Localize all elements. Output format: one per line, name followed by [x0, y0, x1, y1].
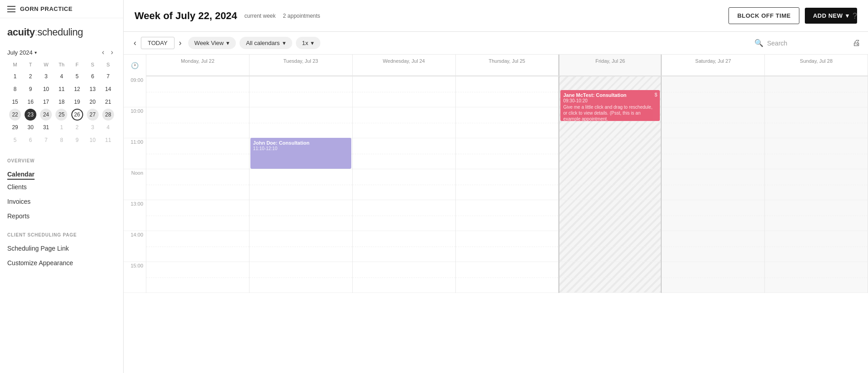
cal-day-13[interactable]: 13 — [87, 83, 99, 95]
cal-day-7[interactable]: 7 — [40, 134, 52, 146]
hour-cell[interactable] — [662, 76, 764, 107]
cal-day-1[interactable]: 1 — [9, 71, 21, 82]
hour-cell[interactable] — [662, 138, 764, 169]
cal-next-btn[interactable]: › — [108, 47, 116, 57]
hour-cell[interactable] — [662, 107, 764, 138]
cal-day-16[interactable]: 16 — [25, 96, 36, 108]
hour-cell[interactable] — [765, 200, 868, 231]
hour-cell[interactable] — [765, 262, 868, 293]
hour-cell[interactable] — [456, 138, 559, 169]
hour-cell[interactable] — [559, 200, 661, 231]
hour-cell[interactable] — [456, 231, 559, 262]
hour-cell[interactable] — [559, 262, 661, 293]
hour-cell[interactable] — [249, 76, 352, 107]
cal-day-4[interactable]: 4 — [102, 121, 114, 133]
cal-day-9[interactable]: 9 — [25, 83, 36, 95]
cal-month[interactable]: July 2024 ▾ — [7, 49, 37, 56]
cal-day-10[interactable]: 10 — [40, 83, 52, 95]
hour-cell[interactable] — [662, 231, 764, 262]
hour-cell[interactable] — [353, 107, 455, 138]
hour-cell[interactable] — [146, 200, 249, 231]
cal-day-2[interactable]: 2 — [71, 121, 83, 133]
cal-day-26[interactable]: 26 — [71, 109, 83, 121]
cal-day-3[interactable]: 3 — [40, 71, 52, 82]
zoom-dropdown[interactable]: 1x ▾ — [296, 37, 321, 49]
hour-cell[interactable] — [353, 200, 455, 231]
cal-day-19[interactable]: 19 — [71, 96, 83, 108]
today-button[interactable]: TODAY — [141, 37, 175, 49]
appointment-appt2[interactable]: Jane McTest: Consultation09:30-10:20Give… — [560, 90, 660, 121]
cal-day-5[interactable]: 5 — [9, 134, 21, 146]
cal-day-3[interactable]: 3 — [87, 121, 99, 133]
nav-item-scheduling-link[interactable]: Scheduling Page Link — [7, 241, 116, 256]
hour-cell[interactable] — [353, 231, 455, 262]
cal-day-23[interactable]: 23 — [25, 109, 36, 121]
hour-cell[interactable] — [765, 107, 868, 138]
cal-day-6[interactable]: 6 — [87, 71, 99, 82]
cal-day-9[interactable]: 9 — [71, 134, 83, 146]
hour-cell[interactable] — [146, 76, 249, 107]
hour-cell[interactable] — [353, 262, 455, 293]
cal-day-2[interactable]: 2 — [25, 71, 36, 82]
hour-cell[interactable] — [249, 107, 352, 138]
cal-day-5[interactable]: 5 — [71, 71, 83, 82]
hour-cell[interactable] — [146, 262, 249, 293]
hour-cell[interactable] — [559, 169, 661, 200]
hour-cell[interactable] — [765, 231, 868, 262]
add-new-button[interactable]: ADD NEW ▾ — [805, 8, 857, 24]
cal-day-29[interactable]: 29 — [9, 121, 21, 133]
nav-item-reports[interactable]: Reports — [7, 209, 116, 223]
cal-day-28[interactable]: 28 — [102, 109, 114, 121]
cal-day-12[interactable]: 12 — [71, 83, 83, 95]
hour-cell[interactable] — [249, 231, 352, 262]
nav-item-calendar[interactable]: Calendar — [7, 167, 35, 180]
nav-item-customize[interactable]: Customize Appearance — [7, 256, 116, 270]
cal-prev-week-btn[interactable]: ‹ — [131, 36, 139, 50]
hour-cell[interactable] — [765, 76, 868, 107]
cal-day-15[interactable]: 15 — [9, 96, 21, 108]
hour-cell[interactable] — [765, 138, 868, 169]
nav-item-invoices[interactable]: Invoices — [7, 194, 116, 209]
hour-cell[interactable] — [456, 107, 559, 138]
hamburger-icon[interactable] — [7, 6, 15, 12]
week-view-dropdown[interactable]: Week View ▾ — [188, 37, 236, 49]
appointment-appt1[interactable]: John Doe: Consultation11:10-12:10 — [250, 138, 351, 169]
hour-cell[interactable] — [146, 231, 249, 262]
cal-day-17[interactable]: 17 — [40, 96, 52, 108]
hour-cell[interactable] — [662, 200, 764, 231]
hour-cell[interactable] — [249, 262, 352, 293]
hour-cell[interactable] — [662, 169, 764, 200]
print-icon[interactable]: 🖨 — [853, 38, 861, 48]
cal-day-22[interactable]: 22 — [9, 109, 21, 121]
hour-cell[interactable] — [249, 169, 352, 200]
cal-day-4[interactable]: 4 — [55, 71, 67, 82]
search-input[interactable] — [767, 40, 849, 47]
cal-day-11[interactable]: 11 — [55, 83, 67, 95]
hour-cell[interactable] — [765, 169, 868, 200]
cal-day-27[interactable]: 27 — [87, 109, 99, 121]
block-off-time-button[interactable]: BLOCK OFF TIME — [728, 7, 799, 24]
hour-cell[interactable] — [559, 231, 661, 262]
hour-cell[interactable] — [353, 169, 455, 200]
hour-cell[interactable] — [353, 138, 455, 169]
cal-day-6[interactable]: 6 — [25, 134, 36, 146]
cal-day-21[interactable]: 21 — [102, 96, 114, 108]
help-icon[interactable]: ? — [853, 11, 857, 20]
cal-day-8[interactable]: 8 — [55, 134, 67, 146]
cal-day-18[interactable]: 18 — [55, 96, 67, 108]
all-calendars-dropdown[interactable]: All calendars ▾ — [239, 37, 292, 49]
hour-cell[interactable] — [456, 262, 559, 293]
cal-day-7[interactable]: 7 — [102, 71, 114, 82]
hour-cell[interactable] — [353, 76, 455, 107]
hour-cell[interactable] — [146, 138, 249, 169]
cal-day-8[interactable]: 8 — [9, 83, 21, 95]
cal-day-1[interactable]: 1 — [55, 121, 67, 133]
cal-day-20[interactable]: 20 — [87, 96, 99, 108]
hour-cell[interactable] — [146, 107, 249, 138]
cal-day-10[interactable]: 10 — [87, 134, 99, 146]
cal-day-30[interactable]: 30 — [25, 121, 36, 133]
cal-day-24[interactable]: 24 — [40, 109, 52, 121]
hour-cell[interactable] — [146, 169, 249, 200]
nav-item-clients[interactable]: Clients — [7, 180, 116, 194]
cal-prev-btn[interactable]: ‹ — [99, 47, 107, 57]
